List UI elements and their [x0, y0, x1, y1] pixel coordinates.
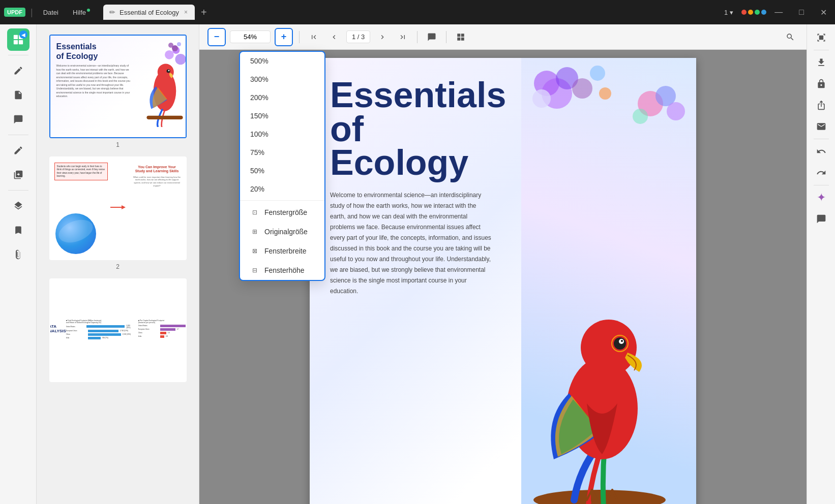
- first-page-button[interactable]: [306, 29, 322, 45]
- zoom-option-200[interactable]: 200%: [240, 88, 324, 107]
- svg-point-21: [532, 89, 551, 108]
- thumbnail-item-1[interactable]: Essentialsof Ecology Welcome to environm…: [37, 30, 199, 152]
- thumbnail-tool[interactable]: ◀: [7, 28, 29, 51]
- zoom-option-300[interactable]: 300%: [240, 70, 324, 88]
- thumbnail-item-3[interactable]: DATA ANALYSIS ■ Total Ecological Footpri…: [37, 274, 199, 389]
- zoom-option-150[interactable]: 150%: [240, 107, 324, 125]
- protect-tool[interactable]: [812, 75, 830, 93]
- svg-rect-2: [13, 40, 17, 44]
- fit-width-icon: ⊠: [250, 246, 259, 256]
- zoom-option-75[interactable]: 75%: [240, 143, 324, 162]
- main-area: ◀: [0, 24, 835, 504]
- page-display: 1 / 3: [346, 30, 370, 43]
- color-circles: [741, 10, 766, 15]
- fit-height-icon: ⊟: [250, 266, 259, 275]
- layout-button[interactable]: [453, 29, 469, 45]
- svg-marker-16: [122, 205, 126, 209]
- svg-point-14: [177, 42, 181, 46]
- svg-rect-3: [18, 40, 22, 44]
- edit-tool[interactable]: [7, 139, 29, 162]
- zoom-out-button[interactable]: −: [207, 28, 226, 46]
- svg-point-24: [533, 490, 666, 504]
- zoom-original[interactable]: ⊞ Originalgröße: [240, 222, 324, 241]
- ai-tool[interactable]: ✦: [812, 188, 830, 207]
- svg-point-22: [590, 66, 605, 81]
- minimize-button[interactable]: —: [770, 6, 787, 19]
- prev-page-button[interactable]: [326, 29, 342, 45]
- svg-point-20: [572, 78, 592, 99]
- toolbar: − + 1 / 3: [199, 24, 807, 50]
- menu-datei[interactable]: Datei: [38, 7, 64, 18]
- zoom-option-20[interactable]: 20%: [240, 180, 324, 198]
- svg-point-29: [621, 340, 623, 342]
- fit-window-icon: ⊡: [250, 208, 259, 217]
- title-bar: UPDF | Datei Hilfe ✏ Essential of Ecolog…: [0, 0, 835, 24]
- zoom-fit-window[interactable]: ⊡ Fenstergröße: [240, 203, 324, 222]
- search-button[interactable]: [782, 29, 798, 45]
- comment-button[interactable]: [424, 29, 440, 45]
- tab-icon: ✏: [109, 8, 115, 16]
- toolbar-right: [782, 29, 798, 45]
- thumb1-label: 1: [116, 141, 120, 148]
- right-divider-1: [814, 50, 829, 50]
- main-content: − + 1 / 3: [199, 24, 807, 504]
- svg-point-26: [581, 320, 637, 375]
- sidebar-divider-3: [8, 190, 28, 191]
- pdf-page-1: Essentials of Ecology Welcome to environ…: [310, 58, 696, 504]
- new-tab-button[interactable]: +: [197, 5, 211, 20]
- ocr-tool[interactable]: [812, 28, 830, 47]
- updf-logo[interactable]: UPDF: [4, 8, 25, 17]
- svg-point-34: [633, 109, 648, 124]
- toolbar-separator-3: [446, 31, 446, 43]
- zoom-option-500[interactable]: 500%: [240, 52, 324, 70]
- page-indicator[interactable]: 1 ▾: [720, 7, 737, 18]
- pages-tool[interactable]: [7, 84, 29, 106]
- zoom-in-button[interactable]: +: [275, 28, 293, 46]
- thumbnail-item-2[interactable]: Students who can begin early in their li…: [37, 152, 199, 274]
- layers-tool[interactable]: [7, 195, 29, 217]
- undo-tool[interactable]: [812, 142, 830, 161]
- zoom-fit-width[interactable]: ⊠ Fensterbreite: [240, 241, 324, 261]
- tab-close-button[interactable]: ×: [183, 8, 189, 17]
- zoom-fit-height[interactable]: ⊟ Fensterhöhe: [240, 261, 324, 280]
- next-page-button[interactable]: [374, 29, 391, 45]
- comment-tool[interactable]: [7, 108, 29, 131]
- email-tool[interactable]: [812, 117, 830, 136]
- share-tool[interactable]: [812, 96, 830, 114]
- svg-point-23: [599, 87, 611, 100]
- export-tool[interactable]: [812, 53, 830, 72]
- thumb1-title: Essentialsof Ecology: [56, 42, 131, 61]
- title-divider: |: [31, 7, 33, 18]
- svg-rect-11: [146, 116, 183, 119]
- annotate-tool[interactable]: [7, 59, 29, 82]
- toolbar-separator-1: [299, 31, 300, 43]
- window-controls: — □ ✕: [770, 6, 831, 19]
- sidebar-divider-1: [8, 55, 28, 55]
- chat-tool[interactable]: [812, 210, 830, 228]
- tab-bar: ✏ Essential of Ecology × +: [103, 5, 716, 20]
- zoom-option-50[interactable]: 50%: [240, 162, 324, 180]
- zoom-input[interactable]: [230, 30, 271, 43]
- zoom-dropdown: 500% 300% 200% 150% 100% 75% 50%: [239, 51, 325, 281]
- tab-label: Essential of Ecology: [120, 9, 179, 16]
- close-button[interactable]: ✕: [816, 6, 831, 19]
- zoom-option-100[interactable]: 100%: [240, 125, 324, 143]
- bookmark-tool[interactable]: [7, 219, 29, 241]
- svg-point-33: [667, 102, 685, 120]
- active-tab[interactable]: ✏ Essential of Ecology ×: [103, 5, 195, 20]
- menu-hilfe[interactable]: Hilfe: [68, 7, 95, 18]
- sign-tool[interactable]: [7, 164, 29, 186]
- attachment-tool[interactable]: [7, 243, 29, 266]
- svg-rect-0: [13, 35, 17, 39]
- maximize-button[interactable]: □: [795, 6, 808, 19]
- right-divider-2: [814, 139, 829, 139]
- tool-arrow: ◀: [19, 30, 27, 39]
- left-sidebar: ◀: [0, 24, 37, 504]
- right-divider-3: [814, 185, 829, 185]
- dropdown-divider: [240, 200, 324, 201]
- last-page-button[interactable]: [395, 29, 411, 45]
- svg-point-13: [168, 43, 173, 48]
- page-body-text: Welcome to environmental science—an inte…: [330, 190, 493, 297]
- redo-tool[interactable]: [812, 164, 830, 182]
- right-sidebar: ✦: [807, 24, 835, 504]
